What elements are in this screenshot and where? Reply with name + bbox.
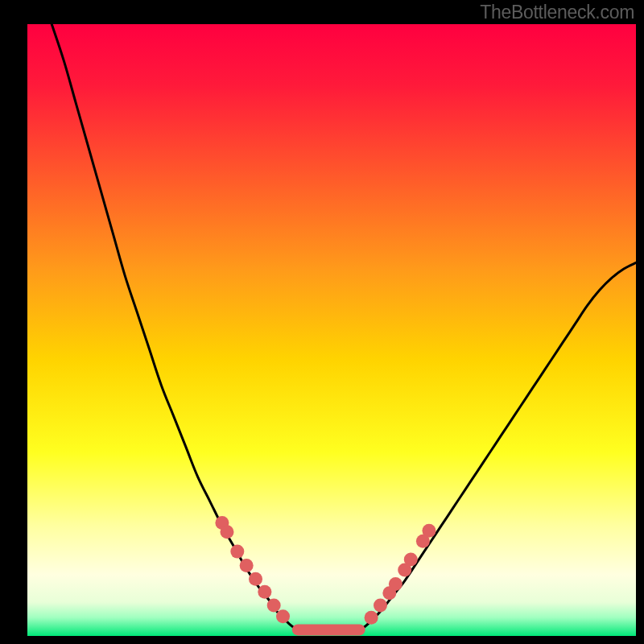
left-marker-6: [267, 599, 281, 613]
chart-svg: [0, 0, 644, 644]
watermark-text: TheBottleneck.com: [480, 2, 634, 23]
left-marker-7: [276, 609, 290, 623]
right-marker-0: [365, 611, 378, 625]
left-marker-4: [249, 572, 262, 586]
left-marker-1: [220, 525, 233, 539]
left-marker-5: [258, 585, 271, 599]
bottom-bar: [292, 624, 365, 635]
left-marker-3: [240, 559, 254, 572]
right-marker-1: [374, 599, 387, 613]
right-marker-3: [389, 577, 402, 591]
bottleneck-chart: TheBottleneck.com: [0, 0, 644, 644]
left-marker-2: [230, 545, 244, 559]
right-marker-7: [422, 524, 436, 538]
plot-background: [27, 24, 636, 636]
right-marker-5: [404, 553, 418, 567]
